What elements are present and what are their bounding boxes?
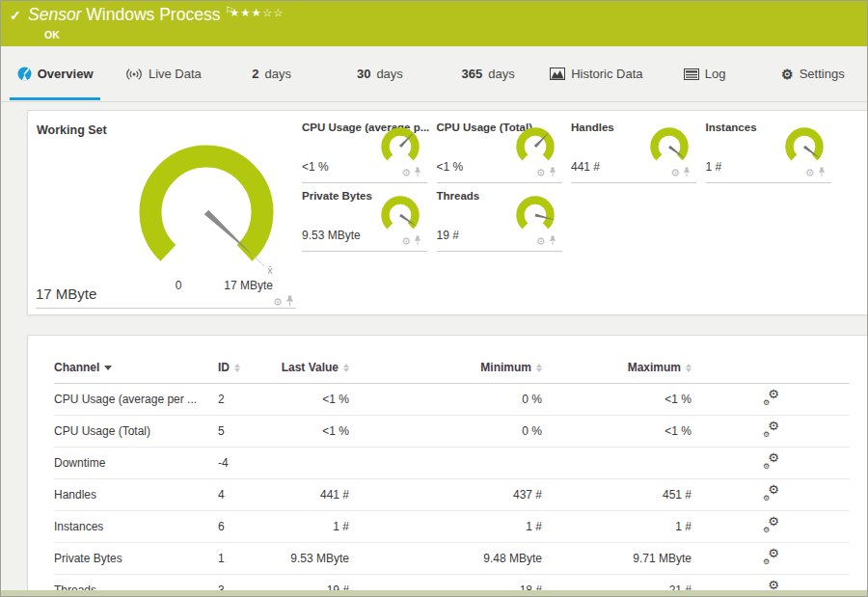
gauge-settings-icon[interactable]: ⚙ [401,236,411,247]
tab-label: days [376,67,402,81]
gauge-title: Threads [437,190,480,202]
tab-live-data[interactable]: Live Data [109,46,217,101]
status-ok-check-icon: ✓ [10,8,21,23]
gauge-value: <1 % [302,160,329,174]
gauge-actions: ⚙ [536,232,556,250]
gauge-pin-icon[interactable] [818,164,826,181]
channel-settings-icon[interactable]: ⚙⚙ [761,422,780,437]
page-title: Sensor Windows Process⚐ [28,5,233,25]
gauge-tile-handles[interactable]: Handles 441 # ⚙ [571,122,692,176]
column-header-actions [692,355,850,384]
id-cell: 3 [218,575,274,592]
minimum-cell: 9.48 MByte [349,543,542,575]
id-cell: -4 [218,448,274,479]
gauge-title: Instances [706,122,757,133]
column-header-channel[interactable]: Channel [54,355,218,384]
tab-overview[interactable]: Overview [1,46,109,101]
channel-cell: Private Bytes [54,543,218,575]
gauge-pin-icon[interactable] [285,293,294,311]
sort-icon [234,364,240,372]
tab-label: Historic Data [571,67,642,81]
minimum-cell: 0 % [349,384,542,416]
table-row: Instances 6 1 # 1 # 1 # ⚙⚙ [54,511,850,543]
gauge-value: 441 # [571,160,600,174]
gauge-tile-cpu-usage-average-p[interactable]: CPU Usage (average p... <1 % ⚙ [302,122,423,176]
gauge-tile-instances[interactable]: Instances 1 # ⚙ [706,122,827,176]
divider [302,182,427,183]
gauge-settings-icon[interactable]: ⚙ [401,168,411,178]
tab-historic-data[interactable]: Historic Data [542,46,650,101]
column-header-last-value[interactable]: Last Value [274,355,349,384]
column-header-id[interactable]: ID [218,355,274,384]
gauge-settings-icon[interactable]: ⚙ [805,168,815,178]
channel-settings-icon[interactable]: ⚙⚙ [761,550,780,564]
id-cell: 1 [218,543,274,575]
column-header-maximum[interactable]: Maximum [542,355,692,384]
table-header-row: Channel ID Last Value Minimum Maximum [54,355,850,384]
tab-label: days [488,67,514,81]
column-header-minimum[interactable]: Minimum [349,355,542,384]
maximum-cell: 21 # [542,575,692,592]
maximum-cell: 451 # [542,479,692,511]
tab-2-days[interactable]: 2 days [218,46,326,101]
sort-icon [536,364,542,372]
main-gauge-value: 17 MByte [36,285,96,302]
gauge-actions: ⚙ [536,164,556,181]
gauge-pin-icon[interactable] [414,232,421,250]
settings-gear-icon: ⚙ [781,67,794,82]
gauges-panel: Working Set x̄ 0 17 MByte 17 MByte ⚙ CPU… [27,110,867,315]
maximum-cell: <1 % [542,416,692,448]
sort-desc-icon [104,366,112,370]
gauge-settings-icon[interactable]: ⚙ [536,236,546,247]
channel-cell: CPU Usage (average per ... [54,384,218,416]
chart-icon [550,68,565,80]
sort-icon [343,364,349,372]
channel-cell: Handles [54,479,218,511]
id-cell: 2 [218,384,274,416]
gauge-settings-icon[interactable]: ⚙ [670,168,680,178]
gauge-settings-icon[interactable]: ⚙ [536,168,546,178]
tab-number: 365 [462,67,483,81]
tab-30-days[interactable]: 30 days [326,46,434,101]
divider [437,251,562,252]
tab-label: Log [705,67,726,81]
tab-365-days[interactable]: 365 days [434,46,542,101]
priority-stars[interactable]: ★★★☆☆ [230,6,285,19]
prtg-sensor-window: ✓ Sensor Windows Process⚐ ★★★☆☆ OK Overv… [0,0,868,597]
gauge-tile-threads[interactable]: Threads 19 # ⚙ [437,190,558,244]
gauge-tile-cpu-usage-total[interactable]: CPU Usage (Total) <1 % ⚙ [437,122,558,176]
gauge-pin-icon[interactable] [683,164,691,181]
channel-table-panel: Channel ID Last Value Minimum Maximum CP… [27,335,867,591]
gauge-title: Private Bytes [302,190,372,202]
maximum-cell: 1 # [542,511,692,543]
gauge-actions: ⚙ [273,293,294,311]
sensor-header: ✓ Sensor Windows Process⚐ ★★★☆☆ OK [1,1,867,46]
tab-label: Overview [38,67,94,81]
channel-table: Channel ID Last Value Minimum Maximum CP… [54,355,850,591]
last-value-cell: 9.53 MByte [274,543,349,575]
tab-settings[interactable]: ⚙ Settings [759,46,867,101]
divider [437,182,562,183]
gauge-value: 19 # [437,229,459,242]
stars-empty: ☆☆ [262,7,285,18]
tab-log[interactable]: Log [651,46,759,101]
channel-cell: CPU Usage (Total) [54,416,218,448]
gauge-tile-private-bytes[interactable]: Private Bytes 9.53 MByte ⚙ [302,190,423,244]
gauge-pin-icon[interactable] [549,232,556,250]
gauge-actions: ⚙ [401,164,421,181]
channel-cell: Threads [54,575,218,592]
main-content: Working Set x̄ 0 17 MByte 17 MByte ⚙ CPU… [1,102,867,596]
gauge-settings-icon[interactable]: ⚙ [273,297,283,308]
channel-settings-icon[interactable]: ⚙⚙ [761,486,780,501]
gauge-pin-icon[interactable] [414,164,421,181]
gauge-pin-icon[interactable] [549,164,556,181]
channel-settings-icon[interactable]: ⚙⚙ [761,454,780,469]
gauge-actions: ⚙ [805,164,826,181]
channel-settings-icon[interactable]: ⚙⚙ [761,391,780,405]
page-title-prefix: Sensor [28,5,81,24]
channel-settings-icon[interactable]: ⚙⚙ [761,518,780,532]
maximum-cell [542,448,692,479]
table-row: Downtime -4 ⚙⚙ [54,448,850,479]
gauge-actions: ⚙ [670,164,691,181]
broadcast-icon [125,68,143,80]
